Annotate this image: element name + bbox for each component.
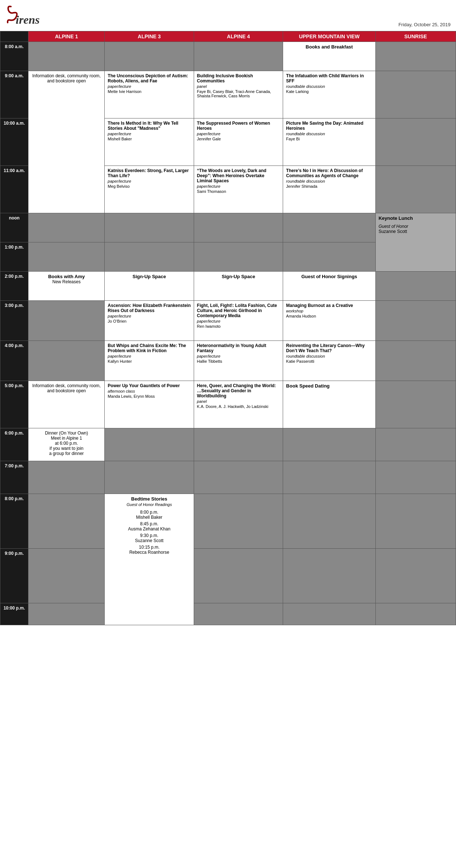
- event-title: Here, Queer, and Changing the World: …Se…: [197, 383, 280, 398]
- event-title: Ascension: How Elizabeth Frankenstein Ri…: [108, 303, 191, 313]
- event-presenter: K.A. Doore, A. J. Hackwith, Jo Ladzinski: [197, 404, 280, 409]
- cell-3pm-alpine3: Ascension: How Elizabeth Frankenstein Ri…: [105, 301, 194, 341]
- time-6pm: 6:00 p.m.: [0, 428, 28, 461]
- event-type: paper/lecture: [108, 354, 191, 358]
- keynote-title: Keynote Lunch: [379, 215, 453, 221]
- event-title: There Is Method in It: Why We Tell Stori…: [108, 121, 191, 131]
- event-title: Reinventing the Literary Canon—Why Don’t…: [286, 343, 372, 353]
- cell-9pm-alpine4: [194, 549, 283, 603]
- cell-2pm-sunrise: [375, 272, 456, 301]
- time-10pm: 10:00 p.m.: [0, 603, 28, 625]
- row-9am: 9:00 a.m. Information desk, community ro…: [0, 71, 456, 118]
- cell-2pm-upper: Guest of Honor Signings: [283, 272, 375, 301]
- event-type: panel: [197, 84, 280, 89]
- cell-11am-alpine3: Katniss Everdeen: Strong, Fast, Larger T…: [105, 166, 194, 213]
- schedule-table: ALPINE 1 ALPINE 3 ALPINE 4 UPPER MOUNTAI…: [0, 31, 456, 625]
- time-9am: 9:00 a.m.: [0, 71, 28, 118]
- row-3pm: 3:00 p.m. Ascension: How Elizabeth Frank…: [0, 301, 456, 341]
- row-2pm: 2:00 p.m. Books with Amy New Releases Si…: [0, 272, 456, 301]
- time-2pm: 2:00 p.m.: [0, 272, 28, 301]
- cell-5pm-upper: Book Speed Dating: [283, 381, 375, 428]
- row-6pm: 6:00 p.m. Dinner (On Your Own) Meet in A…: [0, 428, 456, 461]
- reading-3: 9:30 p.m. Suzanne Scott: [108, 533, 191, 543]
- cell-11am-alpine4: “The Woods are Lovely, Dark and Deep”: W…: [194, 166, 283, 213]
- cell-3pm-alpine1: [28, 301, 105, 341]
- cell-8am-alpine4: [194, 42, 283, 71]
- reading-2: 8:45 p.m. Ausma Zehanat Khan: [108, 521, 191, 532]
- cell-noon-upper: [283, 213, 375, 242]
- event-presenter: Kallyn Hunter: [108, 359, 191, 363]
- row-7pm: 7:00 p.m.: [0, 461, 456, 494]
- event-type: roundtable discussion: [286, 354, 372, 358]
- event-title: Fight, Loli, Fight!: Lolita Fashion, Cut…: [197, 303, 280, 318]
- cell-9am-upper: The Infatuation with Child Warriors in S…: [283, 71, 375, 118]
- event-title: Picture Me Saving the Day: Animated Hero…: [286, 121, 372, 131]
- cell-noon-alpine1: [28, 213, 105, 242]
- col-header-alpine3: ALPINE 3: [105, 31, 194, 42]
- time-noon: noon: [0, 213, 28, 242]
- cell-7pm-alpine1: [28, 461, 105, 494]
- event-presenter: Mette Ivie Harrison: [108, 89, 191, 94]
- event-presenter: Kate Larking: [286, 89, 372, 94]
- cell-4pm-alpine1: [28, 341, 105, 381]
- cell-2pm-alpine3: Sign-Up Space: [105, 272, 194, 301]
- keynote-name: Suzanne Scott: [379, 229, 453, 234]
- cell-9am-sunrise: [375, 71, 456, 118]
- cell-1pm-alpine4: [194, 242, 283, 272]
- row-4pm: 4:00 p.m. But Whips and Chains Excite Me…: [0, 341, 456, 381]
- col-header-sunrise: SUNRISE: [375, 31, 456, 42]
- col-header-upper: UPPER MOUNTAIN VIEW: [283, 31, 375, 42]
- cell-5pm-alpine1: Information desk, community room, and bo…: [28, 381, 105, 428]
- event-title: Power Up Your Gauntlets of Power: [108, 383, 191, 388]
- books-with-amy-sub: New Releases: [31, 279, 101, 284]
- cell-8am-alpine3: [105, 42, 194, 71]
- cell-9am-alpine1: Information desk, community room, and bo…: [28, 71, 105, 213]
- cell-7pm-upper: [283, 461, 375, 494]
- cell-7pm-sunrise: [375, 461, 456, 494]
- time-9pm: 9:00 p.m.: [0, 549, 28, 603]
- books-with-amy-title: Books with Amy: [31, 274, 101, 279]
- event-type: panel: [197, 399, 280, 404]
- page-wrapper: irens Friday, October 25, 2019 ALPINE 1 …: [0, 0, 456, 625]
- cell-8pm-sunrise: [375, 494, 456, 549]
- event-type: roundtable discussion: [286, 179, 372, 183]
- cell-10am-alpine4: The Suppressed Powers of Women Heroes pa…: [194, 118, 283, 166]
- cell-2pm-alpine4: Sign-Up Space: [194, 272, 283, 301]
- event-presenter: Ren Iwamoto: [197, 324, 280, 328]
- event-type: roundtable discussion: [286, 84, 372, 89]
- reading-1: 8:00 p.m. Mishell Baker: [108, 510, 191, 520]
- col-header-alpine4: ALPINE 4: [194, 31, 283, 42]
- cell-11am-sunrise: [375, 166, 456, 213]
- cell-9pm-upper: [283, 549, 375, 603]
- reading-4: 10:15 p.m. Rebecca Roanhorse: [108, 545, 191, 555]
- time-5pm: 5:00 p.m.: [0, 381, 28, 428]
- event-presenter: Jennifer Shimada: [286, 184, 372, 188]
- cell-9pm-alpine1: [28, 549, 105, 603]
- event-title: The Suppressed Powers of Women Heroes: [197, 121, 280, 131]
- cell-8pm-upper: [283, 494, 375, 549]
- event-type: paper/lecture: [108, 132, 191, 136]
- event-title: The Unconscious Depiction of Autism: Rob…: [108, 73, 191, 83]
- keynote-label: Guest of Honor: [379, 224, 453, 229]
- time-4pm: 4:00 p.m.: [0, 341, 28, 381]
- event-title: Heteronormativity in Young Adult Fantasy: [197, 343, 280, 353]
- time-3pm: 3:00 p.m.: [0, 301, 28, 341]
- event-type: paper/lecture: [197, 184, 280, 188]
- event-type: paper/lecture: [197, 354, 280, 358]
- bedtime-title: Bedtime Stories: [108, 496, 191, 502]
- cell-6pm-alpine4: [194, 428, 283, 461]
- row-9pm: 9:00 p.m.: [0, 549, 456, 603]
- event-presenter: Meg Belviso: [108, 184, 191, 188]
- date-text: Friday, October 25, 2019: [398, 22, 451, 29]
- event-presenter: Faye Bi: [286, 137, 372, 141]
- event-presenter: Katie Passerotti: [286, 359, 372, 363]
- cell-8pm-alpine1: [28, 494, 105, 549]
- event-presenter: Amanda Hudson: [286, 314, 372, 318]
- cell-10pm-alpine1: [28, 603, 105, 625]
- cell-8am-alpine1: [28, 42, 105, 71]
- event-type: paper/lecture: [197, 132, 280, 136]
- cell-6pm-sunrise: [375, 428, 456, 461]
- row-10pm: 10:00 p.m.: [0, 603, 456, 625]
- cell-10am-sunrise: [375, 118, 456, 166]
- event-title: The Infatuation with Child Warriors in S…: [286, 73, 372, 83]
